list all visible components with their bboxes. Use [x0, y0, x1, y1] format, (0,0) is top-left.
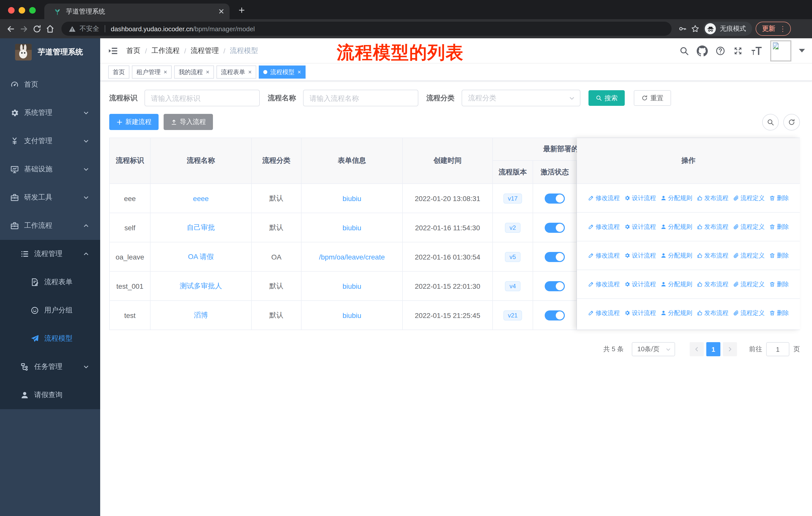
action-gear-link[interactable]: 设计流程: [624, 222, 656, 231]
search-icon[interactable]: [679, 46, 689, 56]
breadcrumb-item[interactable]: 首页: [126, 46, 141, 55]
sidebar-item-home[interactable]: 首页: [0, 71, 100, 99]
cell-form-info-link[interactable]: biubiu: [343, 194, 361, 202]
tab-tenant-mgmt[interactable]: 租户管理×: [132, 65, 172, 79]
action-trash-link[interactable]: 删除: [769, 251, 789, 260]
search-button[interactable]: 搜索: [588, 90, 625, 106]
tab-home[interactable]: 首页: [108, 65, 129, 79]
back-icon[interactable]: [6, 24, 16, 33]
action-edit-link[interactable]: 修改流程: [588, 222, 620, 231]
action-gear-link[interactable]: 设计流程: [624, 309, 656, 317]
breadcrumb-item[interactable]: 工作流程: [151, 46, 180, 55]
action-paperclip-link[interactable]: 流程定义: [733, 309, 765, 317]
goto-page-input[interactable]: [766, 342, 789, 356]
next-page-button[interactable]: [723, 342, 737, 356]
tab-process-model[interactable]: 流程模型×: [259, 65, 306, 79]
help-icon[interactable]: [715, 46, 725, 56]
font-size-icon[interactable]: [751, 46, 763, 56]
action-edit-link[interactable]: 修改流程: [588, 309, 620, 317]
action-edit-link[interactable]: 修改流程: [588, 251, 620, 260]
github-icon[interactable]: [697, 45, 708, 56]
page-size-select[interactable]: 10条/页: [632, 342, 675, 356]
tab-process-form[interactable]: 流程表单×: [216, 65, 256, 79]
process-key-input[interactable]: [144, 90, 260, 106]
new-tab-button[interactable]: ＋: [237, 3, 247, 17]
sidebar-item-dev-tools[interactable]: 研发工具: [0, 184, 100, 212]
action-paperclip-link[interactable]: 流程定义: [733, 251, 765, 260]
action-gear-link[interactable]: 设计流程: [624, 251, 656, 260]
action-thumb-up-link[interactable]: 发布流程: [697, 222, 728, 231]
sidebar-item-process-model[interactable]: 流程模型: [0, 325, 100, 353]
forward-icon[interactable]: [19, 24, 29, 33]
action-user-link[interactable]: 分配规则: [661, 222, 692, 231]
reload-icon[interactable]: [32, 24, 42, 33]
cell-process-name-link[interactable]: 测试多审批人: [180, 281, 222, 291]
window-close-button[interactable]: [8, 7, 14, 13]
action-trash-link[interactable]: 删除: [769, 280, 789, 289]
action-user-link[interactable]: 分配规则: [661, 309, 692, 317]
action-thumb-up-link[interactable]: 发布流程: [697, 251, 728, 260]
action-trash-link[interactable]: 删除: [769, 222, 789, 231]
cell-process-name-link[interactable]: OA 请假: [188, 252, 214, 261]
import-process-button[interactable]: 导入流程: [164, 114, 213, 130]
action-paperclip-link[interactable]: 流程定义: [733, 280, 765, 289]
action-thumb-up-link[interactable]: 发布流程: [697, 280, 728, 289]
avatar[interactable]: [770, 40, 791, 61]
refresh-table-button[interactable]: [783, 114, 800, 130]
sidebar-item-leave-query[interactable]: 请假查询: [0, 381, 100, 409]
sidebar-item-payment-mgmt[interactable]: 支付管理: [0, 127, 100, 155]
tab-close-icon[interactable]: ×: [248, 69, 252, 75]
breadcrumb-item[interactable]: 流程管理: [191, 46, 219, 55]
bookmark-star-icon[interactable]: [691, 24, 700, 33]
action-thumb-up-link[interactable]: 发布流程: [697, 194, 728, 202]
cell-form-info-link[interactable]: biubiu: [343, 223, 361, 232]
sidebar-item-task-mgmt[interactable]: 任务管理: [0, 353, 100, 381]
status-toggle[interactable]: [545, 310, 565, 320]
action-trash-link[interactable]: 删除: [769, 309, 789, 317]
update-button[interactable]: 更新 ⋮: [756, 22, 791, 36]
sidebar-item-workflow[interactable]: 工作流程: [0, 212, 100, 240]
cell-form-info-link[interactable]: /bpm/oa/leave/create: [319, 253, 385, 261]
fullscreen-icon[interactable]: [733, 46, 743, 56]
browser-menu-icon[interactable]: ⋮: [779, 25, 786, 32]
action-edit-link[interactable]: 修改流程: [588, 194, 620, 202]
sidebar-item-process-mgmt[interactable]: 流程管理: [0, 240, 100, 268]
window-maximize-button[interactable]: [29, 7, 36, 13]
show-search-button[interactable]: [762, 114, 779, 130]
caret-down-icon[interactable]: [799, 49, 805, 52]
tab-my-process[interactable]: 我的流程×: [174, 65, 214, 79]
sidebar-item-user-group[interactable]: 用户分组: [0, 296, 100, 325]
action-paperclip-link[interactable]: 流程定义: [733, 222, 765, 231]
action-gear-link[interactable]: 设计流程: [624, 194, 656, 202]
address-bar[interactable]: 不安全 dashboard.yudao.iocoder.cn/bpm/manag…: [61, 22, 671, 36]
category-select[interactable]: 流程分类: [462, 90, 580, 106]
home-icon[interactable]: [45, 24, 55, 33]
prev-page-button[interactable]: [690, 342, 704, 356]
action-trash-link[interactable]: 删除: [769, 194, 789, 202]
collapse-sidebar-icon[interactable]: [108, 46, 118, 56]
action-edit-link[interactable]: 修改流程: [588, 280, 620, 289]
cell-process-name-link[interactable]: 自己审批: [187, 223, 215, 232]
page-1-button[interactable]: 1: [706, 342, 720, 356]
cell-form-info-link[interactable]: biubiu: [343, 282, 361, 290]
cell-process-name-link[interactable]: eeee: [193, 194, 209, 202]
action-paperclip-link[interactable]: 流程定义: [733, 194, 765, 202]
action-user-link[interactable]: 分配规则: [661, 280, 692, 289]
key-icon[interactable]: [678, 24, 687, 33]
sidebar-item-system-mgmt[interactable]: 系统管理: [0, 99, 100, 127]
action-user-link[interactable]: 分配规则: [661, 194, 692, 202]
browser-tab[interactable]: 芋道管理系统 ✕: [44, 3, 230, 19]
tab-close-icon[interactable]: ×: [297, 69, 301, 75]
status-toggle[interactable]: [545, 222, 565, 233]
sidebar-item-process-form[interactable]: 流程表单: [0, 268, 100, 296]
sidebar-item-infrastructure[interactable]: 基础设施: [0, 155, 100, 184]
window-minimize-button[interactable]: [19, 7, 25, 13]
cell-form-info-link[interactable]: biubiu: [343, 311, 361, 319]
tab-close-icon[interactable]: ✕: [218, 7, 225, 15]
action-thumb-up-link[interactable]: 发布流程: [697, 309, 728, 317]
create-process-button[interactable]: 新建流程: [109, 114, 158, 130]
action-user-link[interactable]: 分配规则: [661, 251, 692, 260]
status-toggle[interactable]: [545, 281, 565, 291]
tab-close-icon[interactable]: ×: [206, 69, 209, 75]
cell-process-name-link[interactable]: 滔博: [194, 311, 208, 320]
